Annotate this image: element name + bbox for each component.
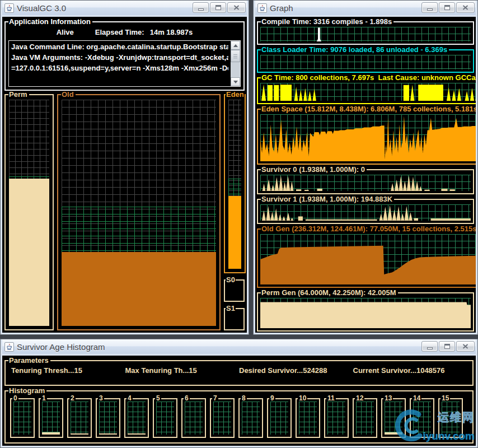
old-space-panel: Old	[57, 91, 221, 330]
histogram-cell-plot	[270, 402, 288, 435]
histogram-cell-plot	[299, 402, 317, 435]
eden-space-title: Eden Space (15.812M, 8.438M): 6.806M, 78…	[261, 105, 476, 113]
parameters-panel: Parameters Tenuring Thresh...15 Max Tenu…	[4, 357, 474, 386]
maximize-icon	[215, 5, 221, 10]
histogram-cell-plot	[385, 402, 402, 435]
close-button[interactable]	[227, 2, 246, 13]
histogram-cell-15: 15	[438, 395, 463, 438]
perm-space-panel: Perm	[4, 91, 54, 330]
histogram-titlebar[interactable]: Survivor Age Histogram	[2, 339, 476, 354]
histogram-cell-bar	[71, 433, 88, 435]
graph-titlebar[interactable]: Graph	[255, 1, 476, 15]
histogram-cell-11: 11	[324, 395, 349, 438]
perm-gen-plot	[260, 298, 471, 328]
close-button[interactable]	[456, 341, 475, 352]
visualgc-window: VisualGC 3.0 Application Information Ali…	[0, 0, 249, 335]
old-gen-title: Old Gen (236.312M, 124.461M): 77.050M, 1…	[261, 225, 476, 233]
scroll-down-button[interactable]	[231, 77, 240, 86]
scrollbar-thumb[interactable]	[231, 50, 240, 62]
minimize-icon	[198, 8, 204, 11]
gc-time-title: GC Time: 800 collections, 7.697s Last Ca…	[261, 74, 476, 82]
s1-label: S1	[226, 305, 236, 312]
application-information-panel: Application Information Alive Elapsed Ti…	[4, 18, 245, 91]
graph-window: Graph Compile Time: 3316 compiles - 1.89…	[253, 0, 478, 335]
compile-time-title: Compile Time: 3316 compiles - 1.898s	[261, 18, 393, 26]
minimize-icon	[427, 8, 433, 11]
eden-space-plot	[260, 114, 476, 161]
class-loader-time-title: Class Loader Time: 9076 loaded, 86 unloa…	[261, 46, 449, 54]
application-information-title: Application Information	[8, 18, 92, 26]
minimize-icon	[427, 347, 433, 349]
histogram-cell-label: 9	[269, 395, 275, 402]
histogram-cell-plot	[13, 402, 31, 435]
graph-panel-gc-time: GC Time: 800 collections, 7.697s Last Ca…	[257, 74, 476, 104]
histogram-cell-bar	[385, 432, 402, 435]
maximize-button[interactable]	[439, 2, 455, 13]
elapsed-time-value: 14m 18.987s	[150, 28, 193, 36]
histogram-cell-label: 1	[41, 395, 47, 402]
survivor-histogram-window: Survivor Age Histogram Parameters Tenuri…	[0, 339, 478, 448]
histogram-cell-12: 12	[353, 395, 377, 438]
java-vm-arguments-line2: =127.0.0.1:61516,suspend=y,server=n -Xms…	[11, 63, 228, 73]
histogram-cell-plot	[128, 402, 146, 435]
eden-space-panel: Eden	[224, 91, 246, 273]
java-command-line: Java Command Line: org.apache.catalina.s…	[11, 41, 228, 52]
histogram-cell-8: 8	[238, 395, 263, 438]
graph-panel-old-gen: Old Gen (236.312M, 124.461M): 77.050M, 1…	[257, 225, 476, 288]
maximize-button[interactable]	[439, 341, 455, 352]
minimize-button[interactable]	[421, 341, 438, 352]
graph-client: Compile Time: 3316 compiles - 1.898sClas…	[255, 17, 476, 333]
compile-time-plot	[260, 27, 471, 41]
graph-panels: Compile Time: 3316 compiles - 1.898sClas…	[255, 17, 476, 333]
maximize-icon	[444, 344, 450, 349]
perm-gen-title: Perm Gen (64.000M, 42.250M): 42.005M	[261, 289, 398, 297]
histogram-cell-4: 4	[124, 395, 149, 438]
java-vm-arguments-line1: Java VM Arguments: -Xdebug -Xrunjdwp:tra…	[11, 52, 228, 63]
status-alive: Alive	[57, 28, 74, 36]
triangle-down-icon	[233, 81, 238, 83]
java-info-textarea[interactable]: Java Command Line: org.apache.catalina.s…	[8, 40, 241, 87]
perm-plot	[9, 100, 49, 326]
close-icon	[462, 5, 468, 10]
visualgc-titlebar[interactable]: VisualGC 3.0	[2, 1, 247, 15]
scroll-up-button[interactable]	[231, 41, 240, 50]
histogram-cell-label: 15	[440, 395, 450, 402]
histogram-cell-0: 0	[10, 395, 35, 438]
histogram-cell-14: 14	[410, 395, 434, 438]
histogram-cell-plot	[327, 402, 345, 435]
close-button[interactable]	[456, 2, 475, 13]
histogram-cell-10: 10	[296, 395, 320, 438]
histogram-cell-label: 6	[184, 395, 190, 402]
survivor-0-plot	[260, 175, 471, 191]
histogram-cell-label: 7	[212, 395, 218, 402]
s0-label: S0	[226, 276, 236, 284]
window-title: VisualGC 3.0	[17, 3, 66, 13]
graph-panel-survivor-0: Survivor 0 (1.938M, 1.000M): 0	[257, 166, 474, 194]
maximize-icon	[444, 5, 450, 10]
histogram-cell-plot	[213, 402, 231, 435]
visualgc-client: Application Information Alive Elapsed Ti…	[2, 17, 247, 333]
histogram-cell-label: 12	[355, 395, 364, 402]
histogram-cell-label: 11	[326, 395, 336, 402]
textarea-scrollbar[interactable]	[231, 41, 240, 86]
triangle-up-icon	[233, 44, 238, 47]
parameters-row: Tenuring Thresh...15 Max Tenuring Th...1…	[6, 365, 472, 375]
histogram-cell-bar	[42, 432, 60, 435]
max-tenuring-threshold: Max Tenuring Th...15	[125, 366, 240, 375]
histogram-cell-9: 9	[267, 395, 292, 438]
histogram-cell-3: 3	[96, 395, 120, 438]
histogram-cell-label: 2	[69, 395, 76, 402]
java-icon	[4, 342, 14, 352]
minimize-button[interactable]	[193, 2, 209, 13]
histogram-cell-label: 0	[12, 395, 18, 402]
histogram-cell-7: 7	[210, 395, 235, 438]
survivor-1-title: Survivor 1 (1.938M, 1.000M): 194.883K	[261, 195, 394, 203]
histogram-cell-2: 2	[67, 395, 92, 438]
histogram-cell-plot	[356, 402, 374, 435]
status-row: Alive Elapsed Time: 14m 18.987s	[6, 28, 243, 36]
survivor0-space-panel: S0	[224, 276, 245, 302]
maximize-button[interactable]	[210, 2, 226, 13]
minimize-button[interactable]	[421, 2, 438, 13]
survivor-1-plot	[260, 204, 471, 221]
elapsed-time-label: Elapsed Time:	[95, 28, 144, 36]
